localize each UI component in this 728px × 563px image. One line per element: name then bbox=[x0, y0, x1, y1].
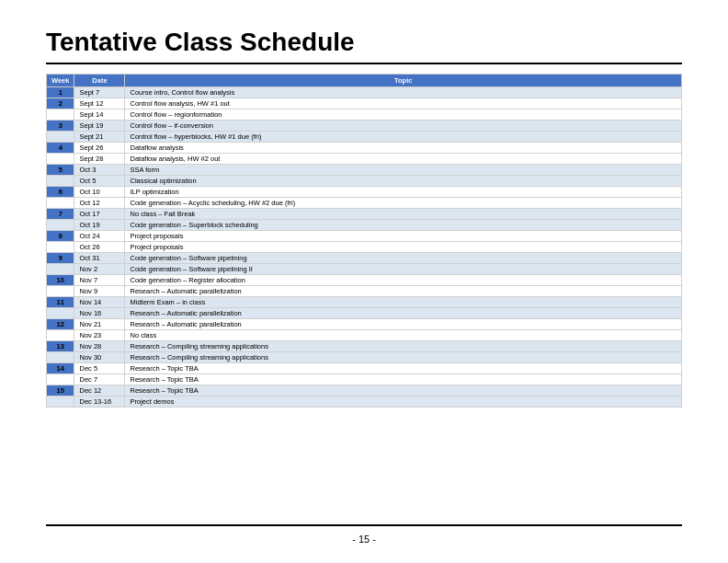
table-row: Oct 5Classical optimization bbox=[47, 176, 682, 187]
table-row: 4Sept 26Dataflow analysis bbox=[47, 143, 682, 154]
table-row: Sept 28Dataflow analysis, HW #2 out bbox=[47, 154, 682, 165]
topic-cell: Code generation – Software pipelining bbox=[125, 253, 682, 264]
table-row: Nov 9Research – Automatic parallelizatio… bbox=[47, 286, 682, 297]
date-cell: Sept 21 bbox=[74, 132, 125, 143]
topic-cell: Control flow analysis, HW #1 out bbox=[125, 98, 682, 109]
topic-cell: Research – Topic TBA bbox=[125, 374, 682, 385]
week-cell bbox=[47, 352, 74, 363]
date-cell: Sept 14 bbox=[74, 109, 125, 121]
page-title: Tentative Class Schedule bbox=[46, 28, 682, 57]
topic-cell: Research – Automatic parallelization bbox=[125, 308, 682, 319]
topic-cell: Project proposals bbox=[125, 231, 682, 242]
date-cell: Nov 30 bbox=[74, 352, 125, 363]
topic-cell: Midterm Exam – in class bbox=[125, 297, 682, 308]
date-cell: Dec 13-16 bbox=[74, 396, 125, 408]
week-cell: 6 bbox=[47, 187, 74, 198]
topic-cell: Research – Automatic parallelization bbox=[125, 319, 682, 330]
topic-cell: Research – Automatic parallelization bbox=[125, 286, 682, 297]
topic-cell: Control flow – regionformation bbox=[125, 109, 682, 121]
table-row: Oct 19Code generation – Superblock sched… bbox=[47, 220, 682, 231]
topic-cell: SSA form bbox=[125, 165, 682, 176]
week-cell bbox=[47, 154, 74, 165]
date-cell: Oct 24 bbox=[74, 231, 125, 242]
date-cell: Sept 7 bbox=[74, 87, 125, 98]
week-cell bbox=[47, 374, 74, 385]
table-row: 10Nov 7Code generation – Register alloca… bbox=[47, 275, 682, 286]
week-cell: 4 bbox=[47, 143, 74, 154]
date-cell: Oct 31 bbox=[74, 253, 125, 264]
week-cell: 3 bbox=[47, 121, 74, 132]
date-cell: Dec 12 bbox=[74, 385, 125, 396]
date-cell: Sept 12 bbox=[74, 98, 125, 109]
topic-cell: Course intro, Control flow analysis bbox=[125, 87, 682, 98]
date-cell: Oct 19 bbox=[74, 220, 125, 231]
table-row: 9Oct 31Code generation – Software pipeli… bbox=[47, 253, 682, 264]
table-row: 7Oct 17No class – Fall Break bbox=[47, 209, 682, 220]
topic-cell: Dataflow analysis, HW #2 out bbox=[125, 154, 682, 165]
table-row: 2Sept 12Control flow analysis, HW #1 out bbox=[47, 98, 682, 109]
topic-cell: Control flow – if-conversion bbox=[125, 121, 682, 132]
topic-cell: Research – Topic TBA bbox=[125, 363, 682, 374]
table-row: Nov 30Research – Compiling streaming app… bbox=[47, 352, 682, 363]
table-header-row: Week Date Topic bbox=[47, 75, 682, 87]
table-row: 6Oct 10ILP optimization bbox=[47, 187, 682, 198]
schedule-table: Week Date Topic 1Sept 7Course intro, Con… bbox=[46, 74, 682, 408]
topic-cell: ILP optimization bbox=[125, 187, 682, 198]
table-row: Nov 23No class bbox=[47, 330, 682, 341]
topic-cell: Control flow – hyperblocks, HW #1 due (f… bbox=[125, 132, 682, 143]
table-row: 14Dec 5Research – Topic TBA bbox=[47, 363, 682, 374]
table-row: 15Dec 12Research – Topic TBA bbox=[47, 385, 682, 396]
table-row: Dec 7Research – Topic TBA bbox=[47, 374, 682, 385]
date-cell: Dec 5 bbox=[74, 363, 125, 374]
week-cell bbox=[47, 198, 74, 209]
table-row: 5Oct 3SSA form bbox=[47, 165, 682, 176]
topic-cell: No class bbox=[125, 330, 682, 341]
table-row: Dec 13-16Project demos bbox=[47, 396, 682, 408]
topic-cell: No class – Fall Break bbox=[125, 209, 682, 220]
date-cell: Nov 14 bbox=[74, 297, 125, 308]
topic-cell: Classical optimization bbox=[125, 176, 682, 187]
week-cell bbox=[47, 132, 74, 143]
week-cell: 12 bbox=[47, 319, 74, 330]
week-cell: 9 bbox=[47, 253, 74, 264]
date-cell: Oct 3 bbox=[74, 165, 125, 176]
week-cell: 5 bbox=[47, 165, 74, 176]
week-cell bbox=[47, 220, 74, 231]
table-row: 1Sept 7Course intro, Control flow analys… bbox=[47, 87, 682, 98]
date-cell: Nov 21 bbox=[74, 319, 125, 330]
topic-cell: Code generation – Superblock scheduling bbox=[125, 220, 682, 231]
date-cell: Oct 12 bbox=[74, 198, 125, 209]
week-cell bbox=[47, 176, 74, 187]
date-cell: Nov 2 bbox=[74, 264, 125, 275]
topic-cell: Project proposals bbox=[125, 242, 682, 253]
date-cell: Dec 7 bbox=[74, 374, 125, 385]
date-cell: Oct 26 bbox=[74, 242, 125, 253]
col-date: Date bbox=[74, 75, 125, 87]
table-row: Nov 16Research – Automatic parallelizati… bbox=[47, 308, 682, 319]
date-cell: Sept 19 bbox=[74, 121, 125, 132]
week-cell bbox=[47, 109, 74, 121]
date-cell: Sept 26 bbox=[74, 143, 125, 154]
week-cell bbox=[47, 330, 74, 341]
table-row: 13Nov 28Research – Compiling streaming a… bbox=[47, 341, 682, 352]
col-week: Week bbox=[47, 75, 74, 87]
table-row: Sept 14Control flow – regionformation bbox=[47, 109, 682, 121]
week-cell bbox=[47, 396, 74, 408]
date-cell: Nov 23 bbox=[74, 330, 125, 341]
date-cell: Oct 10 bbox=[74, 187, 125, 198]
week-cell: 8 bbox=[47, 231, 74, 242]
table-row: 11Nov 14Midterm Exam – in class bbox=[47, 297, 682, 308]
week-cell bbox=[47, 264, 74, 275]
week-cell: 15 bbox=[47, 385, 74, 396]
topic-cell: Code generation – Acyclic scheduling, HW… bbox=[125, 198, 682, 209]
topic-cell: Research – Compiling streaming applicati… bbox=[125, 352, 682, 363]
table-row: Oct 26Project proposals bbox=[47, 242, 682, 253]
table-row: Oct 12Code generation – Acyclic scheduli… bbox=[47, 198, 682, 209]
date-cell: Nov 7 bbox=[74, 275, 125, 286]
week-cell: 1 bbox=[47, 87, 74, 98]
week-cell: 13 bbox=[47, 341, 74, 352]
week-cell bbox=[47, 286, 74, 297]
topic-cell: Research – Compiling streaming applicati… bbox=[125, 341, 682, 352]
table-row: Nov 2Code generation – Software pipelini… bbox=[47, 264, 682, 275]
topic-cell: Code generation – Register allocation bbox=[125, 275, 682, 286]
